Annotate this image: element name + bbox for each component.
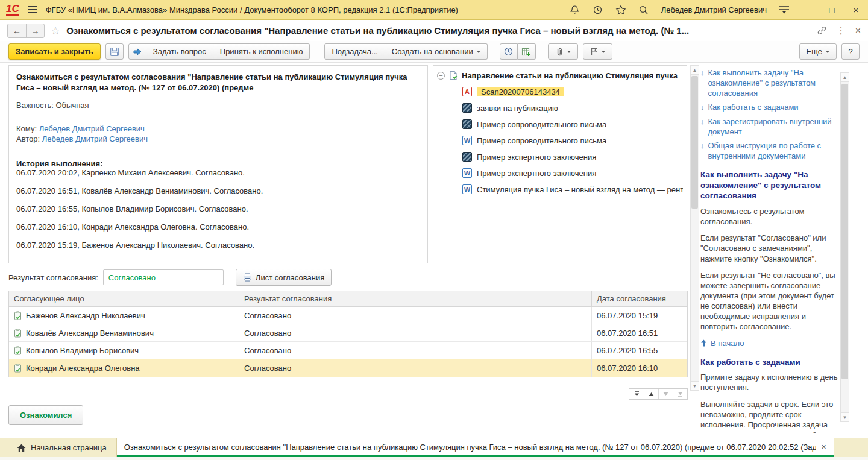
down-arrow-icon: ↓ [700,140,705,161]
go-first-row-button[interactable] [629,389,644,399]
approval-item-icon [14,364,22,373]
window-maximize-button[interactable]: □ [826,5,838,15]
history-entry: 06.07.2020 16:10, Конради Александра Оле… [16,222,420,232]
form-header: ← → ☆ Ознакомиться с результатом согласо… [0,20,868,41]
approval-item-icon [14,329,22,338]
author-link[interactable]: Лебедев Дмитрий Сергеевич [42,134,148,143]
scrollbar-thumb[interactable] [841,84,848,379]
notifications-bell-icon[interactable] [570,4,580,15]
dropdown-caret [826,51,829,53]
down-arrow-icon: ↓ [700,68,705,98]
help-section-title: Как выполнить задачу "На ознакомление" с… [700,169,838,201]
approvers-table: Согласующее лицо Результат согласования … [8,291,688,377]
help-scrollbar[interactable]: ▲ ▼ [840,72,849,422]
search-icon[interactable] [638,4,649,15]
approval-item-icon [14,311,22,320]
open-windows-tabbar: Начальная страница Ознакомиться с резуль… [0,438,868,457]
author-row: Автор: Лебедев Дмитрий Сергеевич [16,134,420,143]
get-link-icon[interactable] [817,25,827,36]
current-user[interactable]: Лебедев Дмитрий Сергеевич [661,5,767,14]
time-clock-button[interactable] [500,43,518,60]
tab-home-page[interactable]: Начальная страница [8,438,117,457]
help-toc-link[interactable]: ↓Общая инструкция по работе с внутренним… [700,140,838,161]
collapse-icon[interactable]: − [437,72,445,80]
service-settings-icon[interactable] [779,4,790,15]
forward-button[interactable]: → [26,24,44,37]
tab-close-icon[interactable]: × [822,442,826,452]
help-button[interactable]: ? [841,43,860,60]
table-header: Согласующее лицо Результат согласования … [9,291,687,307]
scrollbar-thumb[interactable] [691,76,698,209]
accept-for-execution-button[interactable]: Принять к исполнению [213,43,310,60]
table-row-selected[interactable]: Конради Александра Олеговна Согласовано … [9,359,687,377]
app-title: ФГБУ «НМИЦ им. В.А.Алмазова» Минздрава Р… [46,5,458,14]
importance-value: Обычная [55,101,89,110]
window-close-button[interactable]: × [850,5,862,15]
home-icon [17,444,26,452]
approval-result-field[interactable]: Согласовано [103,269,224,285]
file-item[interactable]: A Scan20200706143434 [462,87,683,96]
help-paragraph: Если результат "Не согласовано", вы може… [700,270,838,332]
help-toc-link[interactable]: ↓Как выполнить задачу "На ознакомление" … [700,68,838,98]
scroll-down-icon[interactable]: ▼ [691,381,699,390]
history-entry: 06.07.2020 16:55, Копылов Владимир Борис… [16,204,420,213]
form-close-icon[interactable]: × [855,25,861,36]
more-button[interactable]: Еще [799,43,837,60]
scroll-down-icon[interactable]: ▼ [841,412,849,421]
tab-active-task[interactable]: Ознакомиться с результатом согласования … [117,438,834,457]
attachments-button[interactable] [548,43,578,60]
help-paragraph: Выполняйте задачи в срок. Если это невоз… [700,399,838,433]
help-paragraph: Если результат "Согласовано" или "Соглас… [700,233,838,263]
column-header-person[interactable]: Согласующее лицо [9,291,239,306]
history-entry: 06.07.2020 20:02, Карпенко Михаил Алексе… [16,168,420,177]
ask-question-button[interactable]: Задать вопрос [146,43,213,60]
document-icon [448,71,458,80]
window-minimize-button[interactable]: – [802,5,814,15]
column-header-date[interactable]: Дата согласования [591,291,687,306]
help-toc-link[interactable]: ↓Как зарегистрировать внутренний докумен… [700,116,838,137]
main-menu-icon[interactable] [28,6,37,13]
archive-file-icon [462,103,472,113]
favorites-star-icon[interactable] [615,4,626,15]
add-to-favorites-star-icon[interactable]: ☆ [51,24,60,37]
form-title: Ознакомиться с результатом согласования … [66,25,689,36]
document-tree-root[interactable]: − Направление статьи на публикацию Стиму… [437,71,683,80]
file-item[interactable]: Пример экспертного заключения [462,152,683,162]
help-paragraph: Примите задачу к исполнению в день посту… [700,372,838,392]
table-row[interactable]: Баженов Александр Николаевич Согласовано… [9,307,687,324]
save-and-close-button[interactable]: Записать и закрыть [8,43,101,60]
column-header-result[interactable]: Результат согласования [239,291,591,306]
back-button[interactable]: ← [8,24,26,37]
forward-task-arrow-button[interactable] [128,43,146,60]
scroll-up-icon[interactable]: ▲ [691,66,699,75]
task-actions-group: Задать вопрос Принять к исполнению [128,43,310,60]
next-row-button[interactable] [658,389,673,399]
acknowledged-button[interactable]: Ознакомился [8,405,83,425]
create-based-on-button[interactable]: Создать на основании [385,43,488,60]
save-button[interactable] [105,43,124,60]
add-report-table-button[interactable] [518,43,536,60]
back-to-top-link[interactable]: В начало [700,338,838,348]
history-icon[interactable] [593,4,603,15]
approval-sheet-button[interactable]: Лист согласования [236,269,332,286]
flag-button[interactable] [583,43,612,60]
approval-result-row: Результат согласования: Согласовано Лист… [8,269,332,286]
file-item[interactable]: W Стимуляция пучка Гиса – новый взгляд н… [462,184,683,194]
archive-file-icon [462,119,472,129]
file-item[interactable]: заявки на публикацию [462,103,683,113]
background-window-sliver [0,457,868,460]
scroll-up-icon[interactable]: ▲ [841,73,849,82]
table-row[interactable]: Копылов Владимир Борисович Согласовано 0… [9,342,687,359]
addressee-link[interactable]: Лебедев Дмитрий Сергеевич [39,124,145,133]
form-menu-dots-icon[interactable]: ⋮ [837,25,846,36]
go-last-row-button[interactable] [673,389,687,399]
subtask-button[interactable]: Подзадача... [324,43,385,60]
help-toc-link[interactable]: ↓Как работать с задачами [700,102,838,112]
pdf-file-icon: A [462,87,472,96]
form-scrollbar[interactable]: ▲ ▼ [690,65,699,391]
prev-row-button[interactable] [644,389,658,399]
file-item[interactable]: W Пример сопроводительного письма [462,136,683,145]
file-item[interactable]: Пример сопроводительного письма [462,119,683,129]
table-row[interactable]: Ковалёв Александр Вениаминович Согласова… [9,324,687,342]
file-item[interactable]: W Пример экспертного заключения [462,168,683,178]
